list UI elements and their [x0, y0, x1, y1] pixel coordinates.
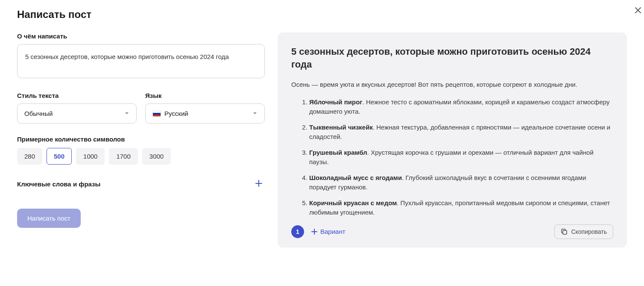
chevron-down-icon: [252, 110, 258, 117]
chars-chip-280[interactable]: 280: [17, 148, 42, 165]
result-list: Яблочный пирог. Нежное тесто с ароматным…: [291, 97, 613, 218]
list-item: Грушевый крамбл. Хрустящая корочка с гру…: [309, 148, 613, 167]
result-intro: Осень — время уюта и вкусных десертов! В…: [291, 80, 613, 90]
add-variant-button[interactable]: Вариант: [311, 228, 345, 235]
list-item: Коричный круасан с медом. Пухлый круасса…: [309, 198, 613, 218]
plus-icon: [255, 179, 263, 188]
list-item: Шоколадный мусс с ягодами. Глубокий шоко…: [309, 173, 613, 192]
keywords-label: Ключевые слова и фразы: [17, 180, 100, 188]
write-post-button[interactable]: Написать пост: [17, 209, 81, 228]
chars-chips: 280500100017003000: [17, 148, 265, 165]
form-panel: О чём написать Стиль текста Обычный Язык…: [17, 32, 265, 248]
language-select[interactable]: Русский: [145, 103, 265, 124]
chevron-down-icon: [124, 110, 129, 117]
chars-chip-1700[interactable]: 1700: [109, 148, 138, 165]
page-title: Написать пост: [17, 9, 627, 21]
language-select-value: Русский: [164, 110, 188, 117]
flag-russia-icon: [152, 111, 161, 117]
topic-label: О чём написать: [17, 32, 265, 40]
close-button[interactable]: [632, 4, 644, 18]
chars-chip-500[interactable]: 500: [47, 148, 72, 165]
copy-label: Скопировать: [571, 228, 607, 235]
topic-input[interactable]: [17, 44, 265, 78]
copy-button[interactable]: Скопировать: [554, 224, 613, 239]
close-icon: [634, 6, 642, 15]
copy-icon: [561, 228, 568, 235]
style-label: Стиль текста: [17, 92, 137, 99]
variant-label: Вариант: [320, 228, 345, 235]
language-label: Язык: [145, 92, 265, 99]
plus-icon: [311, 228, 318, 235]
list-item: Яблочный пирог. Нежное тесто с ароматным…: [309, 97, 613, 117]
style-select-value: Обычный: [24, 110, 53, 117]
svg-rect-6: [563, 230, 567, 234]
chars-label: Примерное количество символов: [17, 136, 265, 143]
list-item: Тыквенный чизкейк. Нежная текстура, доба…: [309, 123, 613, 142]
chars-chip-3000[interactable]: 3000: [142, 148, 171, 165]
chars-chip-1000[interactable]: 1000: [76, 148, 105, 165]
variant-badge: 1: [291, 225, 304, 238]
result-panel: 5 сезонных десертов, которые можно приго…: [278, 32, 627, 248]
add-keyword-button[interactable]: [253, 177, 265, 191]
style-select[interactable]: Обычный: [17, 103, 137, 124]
result-title: 5 сезонных десертов, которые можно приго…: [291, 45, 613, 71]
